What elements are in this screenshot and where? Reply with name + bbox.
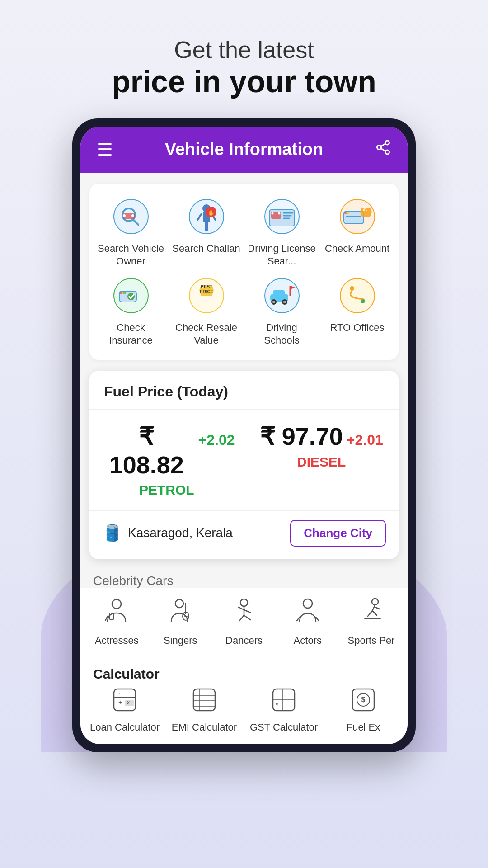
search-owner-label: Search Vehicle Owner [97,242,165,268]
svg-point-23 [278,212,280,214]
svg-point-72 [372,599,378,605]
driving-schools-label: Driving Schools [248,321,316,347]
fuel-price-card: Fuel Price (Today) ₹ 108.82 +2.02 PETROL… [89,371,399,559]
driving-schools-icon [262,275,302,316]
change-city-button[interactable]: Change City [290,520,386,547]
celebrity-section: Celebrity Cars Actresses [80,570,408,656]
rto-offices-icon [337,275,378,316]
svg-text:x: x [127,699,130,706]
driving-license-label: Driving License Sear... [248,242,316,268]
calculator-title: Calculator [80,656,408,687]
check-resale-icon: BEST PRICE [186,275,227,316]
vehicle-item-driving-license[interactable]: Driving License Sear... [248,196,316,268]
location-text: Kasaragod, Kerala [128,526,233,540]
sports-icon [358,597,385,630]
calculator-row: + ÷ x Loan Calculator [80,687,408,733]
svg-text:−: − [285,692,288,698]
svg-point-38 [123,292,126,294]
svg-point-30 [346,212,349,214]
diesel-label: DIESEL [253,454,390,470]
petrol-label: PETROL [99,482,235,498]
check-insurance-label: Check Insurance [97,321,165,347]
celebrity-row: Actresses [80,588,408,656]
vehicle-item-rto-offices[interactable]: RTO Offices [323,275,391,347]
svg-point-69 [303,599,312,608]
fuel-prices-row: ₹ 108.82 +2.02 PETROL ₹ 97.70 +2.01 DIES… [89,409,399,510]
celebrity-section-label: Celebrity Cars [80,570,408,588]
emi-calc-label: EMI Calculator [172,722,237,733]
svg-line-66 [244,610,250,613]
menu-icon[interactable]: ☰ [97,139,113,160]
fuel-location-left: 🛢️ Kasaragod, Kerala [102,524,233,542]
vehicle-item-driving-schools[interactable]: Driving Schools [248,275,316,347]
petrol-price-row: ₹ 108.82 +2.02 [99,422,235,479]
vehicle-grid-row2: Check Insurance BEST PRICE [97,275,391,347]
rto-offices-label: RTO Offices [330,321,385,335]
celebrity-item-singers[interactable]: Singers [149,597,212,646]
hero-subtitle: Get the latest [112,36,376,63]
svg-point-43 [202,287,204,288]
svg-line-75 [368,611,372,616]
celebrity-item-actresses[interactable]: Actresses [85,597,149,646]
app-title: Vehicle Information [165,140,324,159]
svg-line-76 [372,611,377,615]
petrol-cell: ₹ 108.82 +2.02 PETROL [89,410,244,510]
calc-item-fuel-ex[interactable]: $ Fuel Ex [324,687,403,733]
diesel-cell: ₹ 97.70 +2.01 DIESEL [244,410,399,510]
svg-text:×: × [275,701,279,708]
calc-item-gst[interactable]: + − × ÷ GST Calculator [244,687,324,733]
svg-point-9 [123,214,126,217]
svg-point-48 [272,301,275,303]
actresses-label: Actresses [95,635,139,646]
svg-point-22 [271,212,273,214]
svg-rect-46 [273,290,285,296]
hero-title: price in your town [112,63,376,100]
vehicle-item-search-challan[interactable]: ✋ Search Challan [172,196,240,268]
vehicle-item-check-insurance[interactable]: Check Insurance [97,275,165,347]
calc-item-emi[interactable]: EMI Calculator [164,687,244,733]
loan-calc-label: Loan Calculator [90,722,160,733]
svg-text:+: + [275,692,279,698]
svg-point-33 [363,209,365,211]
loan-calc-icon: + ÷ x [112,687,137,718]
fuel-title: Fuel Price (Today) [89,371,399,400]
svg-rect-84 [193,689,215,711]
hero: Get the latest price in your town [84,0,404,118]
check-amount-label: Check Amount [325,242,389,255]
fuel-location-row: 🛢️ Kasaragod, Kerala Change City [89,510,399,559]
fuel-icon: 🛢️ [102,524,122,542]
diesel-change: +2.01 [347,432,383,448]
petrol-price: ₹ 108.82 [99,422,195,479]
vehicle-info-card: Search Vehicle Owner [89,184,399,360]
svg-text:BEST: BEST [200,284,212,289]
celebrity-item-actors[interactable]: Actors [276,597,339,646]
singers-label: Singers [164,635,197,646]
svg-point-50 [283,301,286,303]
celebrity-item-sports[interactable]: Sports Per [339,597,403,646]
svg-point-59 [175,599,183,608]
svg-text:÷: ÷ [118,690,121,695]
actors-label: Actors [294,635,322,646]
svg-line-67 [239,615,244,621]
celebrity-item-dancers[interactable]: Dancers [212,597,276,646]
actors-icon [294,597,321,630]
search-challan-icon: ✋ [186,196,227,237]
check-amount-icon: % [337,196,378,237]
svg-point-56 [112,599,121,609]
diesel-price: ₹ 97.70 [260,422,343,451]
svg-line-68 [244,615,250,620]
gst-calc-label: GST Calculator [250,722,318,733]
vehicle-item-search-owner[interactable]: Search Vehicle Owner [97,196,165,268]
petrol-change: +2.02 [198,432,235,448]
calculator-section: Calculator + ÷ x [80,656,408,744]
dancers-label: Dancers [225,635,263,646]
calc-item-loan[interactable]: + ÷ x Loan Calculator [85,687,164,733]
svg-point-63 [240,599,248,606]
share-icon[interactable] [375,139,391,160]
svg-point-39 [127,293,135,300]
fuel-ex-label: Fuel Ex [347,722,380,733]
svg-rect-16 [205,222,208,231]
svg-text:$: $ [361,696,366,703]
vehicle-item-check-resale[interactable]: BEST PRICE Check Resale Value [172,275,240,347]
vehicle-item-check-amount[interactable]: % Check Amount [323,196,391,268]
